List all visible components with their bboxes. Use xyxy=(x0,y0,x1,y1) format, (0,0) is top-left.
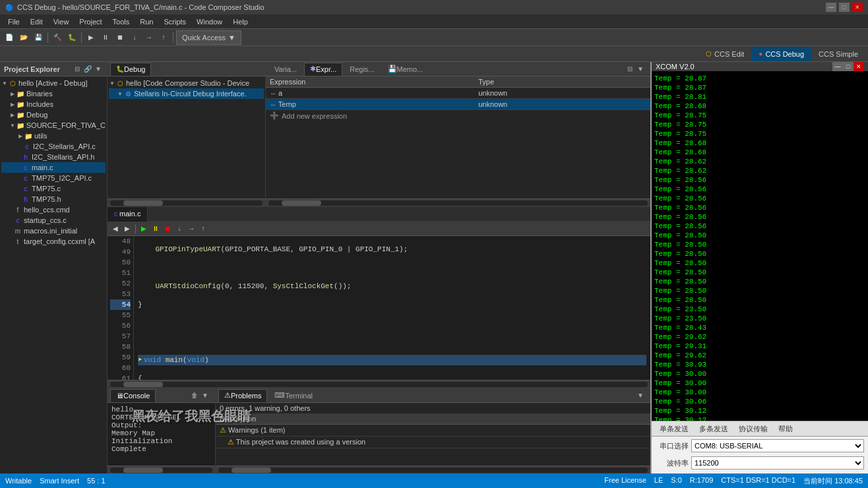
problems-hscroll[interactable] xyxy=(216,466,650,473)
line-num-58: 58 xyxy=(110,342,131,352)
console-menu-icon[interactable]: ▼ xyxy=(201,391,210,400)
toolbar-save[interactable]: 💾 xyxy=(32,31,45,44)
editor-run-icon[interactable]: ▶ xyxy=(139,224,149,234)
tree-item-i2c-h[interactable]: h I2C_Stellaris_API.h xyxy=(1,152,106,162)
tab-variables[interactable]: Varia... xyxy=(268,63,303,76)
toolbar-build[interactable]: 🔨 xyxy=(51,31,64,44)
expand-arrow: ▼ xyxy=(109,80,115,86)
console-clear-icon[interactable]: 🗑 xyxy=(190,391,199,400)
tree-item-tmp75h[interactable]: h TMP75.h xyxy=(1,194,106,204)
tab-memory[interactable]: 💾 Memo... xyxy=(382,63,429,76)
view-menu-icon[interactable]: ▼ xyxy=(94,65,103,74)
xcom-baud-label: 波特率 xyxy=(656,458,689,468)
editor-tab-icon: c xyxy=(114,210,117,218)
debug-hscroll[interactable] xyxy=(108,198,265,206)
editor-back-icon[interactable]: ◀ xyxy=(110,224,121,234)
tree-item-startup[interactable]: c startup_ccs.c xyxy=(1,215,106,226)
tree-item-debug[interactable]: ▶ 📁 Debug xyxy=(1,109,106,120)
editor-tab-main[interactable]: c main.c xyxy=(108,207,148,222)
tab-debug[interactable]: 🐛 Debug xyxy=(110,63,151,76)
tab-ccs-simple[interactable]: CCS Simple xyxy=(811,47,865,61)
editor-step-over-icon[interactable]: → xyxy=(186,224,197,234)
maximize-button[interactable]: □ xyxy=(839,3,850,12)
tree-item-tmp75c[interactable]: c TMP75.c xyxy=(1,183,106,194)
tab-problems[interactable]: ⚠ Problems xyxy=(218,389,267,402)
tree-item-binaries[interactable]: ▶ 📁 Binaries xyxy=(1,88,106,99)
tab-registers[interactable]: Regis... xyxy=(344,63,380,76)
menu-tools[interactable]: Tools xyxy=(108,16,135,27)
tree-item-tmp75-i2c[interactable]: c TMP75_I2C_API.c xyxy=(1,173,106,183)
debug-tree-item-hello[interactable]: ▼ ⬡ hello [Code Composer Studio - Device xyxy=(109,78,264,88)
toolbar-stop[interactable]: ⏹ xyxy=(113,31,127,44)
vars-hscroll[interactable] xyxy=(266,198,650,206)
expand-arrow: ▶ xyxy=(9,112,16,118)
editor-forward-icon[interactable]: ▶ xyxy=(122,224,133,234)
vars-menu-icon[interactable]: ▼ xyxy=(636,65,645,74)
term-line-7: Temp = 28.75 xyxy=(654,129,865,138)
toolbar-step-into[interactable]: ↓ xyxy=(128,31,141,44)
toolbar-debug[interactable]: 🐛 xyxy=(65,31,78,44)
code-content[interactable]: GPIOPinTypeUART(GPIO_PORTA_BASE, GPIO_PI… xyxy=(134,236,650,380)
menu-file[interactable]: File xyxy=(3,16,25,27)
tab-terminal[interactable]: ⌨ Terminal xyxy=(268,389,319,402)
toolbar-step-over[interactable]: → xyxy=(142,31,156,44)
editor-step-out-icon[interactable]: ↑ xyxy=(198,224,208,234)
xcom-tab-help[interactable]: 帮助 xyxy=(773,421,798,436)
xcom-port-select[interactable]: COM8: USB-SERIAL xyxy=(691,439,864,452)
expr-row-a[interactable]: ↔ a unknown xyxy=(266,88,650,99)
toolbar-open[interactable]: 📂 xyxy=(17,31,30,44)
add-expression-button[interactable]: ➕ Add new expression xyxy=(266,110,650,121)
debug-tree-item-stellaris[interactable]: ▼ ⚙ Stellaris In-Circuit Debug Interface… xyxy=(109,88,264,99)
quick-access-button[interactable]: Quick Access ▼ xyxy=(176,30,241,45)
xcom-tab-single[interactable]: 单条发送 xyxy=(654,421,694,436)
menu-view[interactable]: View xyxy=(48,16,75,27)
xcom-maximize-button[interactable]: □ xyxy=(843,62,853,71)
collapse-all-icon[interactable]: ⊟ xyxy=(73,65,82,74)
editor-step-into-icon[interactable]: ↓ xyxy=(174,224,185,234)
tab-console[interactable]: 🖥 Console xyxy=(110,389,156,402)
warning-item[interactable]: ⚠ This project was created using a versi… xyxy=(216,437,650,448)
xcom-baud-select[interactable]: 115200 xyxy=(691,456,864,470)
line-num-48: 48 xyxy=(110,236,131,247)
menu-scripts[interactable]: Scripts xyxy=(158,16,191,27)
status-s: S:0 xyxy=(671,476,682,486)
xcom-minimize-button[interactable]: — xyxy=(832,62,843,71)
minimize-button[interactable]: — xyxy=(826,3,836,12)
tree-item-hello[interactable]: ▼ ⬡ hello [Active - Debug] xyxy=(1,78,106,88)
expr-row-temp[interactable]: ↔ Temp unknown xyxy=(266,99,650,110)
close-button[interactable]: ✕ xyxy=(852,3,863,12)
tree-item-includes[interactable]: ▶ 📁 Includes xyxy=(1,99,106,109)
toolbar-new[interactable]: 📄 xyxy=(3,31,16,44)
tree-item-utils[interactable]: ▶ 📁 utils xyxy=(1,131,106,141)
link-editor-icon[interactable]: 🔗 xyxy=(83,65,92,74)
editor-hscroll[interactable] xyxy=(108,380,650,388)
console-line-2: CORTEX_M4_0: GEL Output: xyxy=(111,413,211,429)
tab-ccs-debug[interactable]: ● CCS Debug xyxy=(751,47,811,61)
problems-menu-icon[interactable]: ▼ xyxy=(636,391,645,400)
tab-expressions[interactable]: ✱ Expr... xyxy=(304,63,342,76)
xcom-tab-multi[interactable]: 多条发送 xyxy=(694,421,733,436)
editor-stop-icon[interactable]: ⏹ xyxy=(162,224,173,234)
toolbar-step-out[interactable]: ↑ xyxy=(157,31,170,44)
menu-help[interactable]: Help xyxy=(228,16,253,27)
console-hscroll[interactable] xyxy=(108,466,215,473)
tree-item-macros[interactable]: m macros.ini_initial xyxy=(1,226,106,236)
toolbar-suspend[interactable]: ⏸ xyxy=(99,31,112,44)
xcom-tab-protocol[interactable]: 协议传输 xyxy=(733,421,773,436)
code-line-52 xyxy=(138,318,646,328)
toolbar-resume[interactable]: ▶ xyxy=(84,31,98,44)
xcom-close-button[interactable]: ✕ xyxy=(853,62,864,71)
vars-collapse-icon[interactable]: ⊟ xyxy=(625,65,635,74)
tab-ccs-edit[interactable]: ⬡ CCS Edit xyxy=(698,47,751,61)
menu-edit[interactable]: Edit xyxy=(25,16,48,27)
editor-suspend-icon[interactable]: ⏸ xyxy=(150,224,161,234)
menu-run[interactable]: Run xyxy=(135,16,158,27)
warnings-group[interactable]: ⚠ Warnings (1 item) xyxy=(216,425,650,437)
tree-item-i2c-c[interactable]: c I2C_Stellaris_API.c xyxy=(1,141,106,152)
tree-item-main[interactable]: c main.c xyxy=(1,162,106,173)
tree-item-cmd[interactable]: f hello_ccs.cmd xyxy=(1,204,106,215)
menu-window[interactable]: Window xyxy=(191,16,228,27)
tree-item-target[interactable]: t target_config.ccxml [A xyxy=(1,236,106,247)
menu-project[interactable]: Project xyxy=(74,16,107,27)
tree-item-source[interactable]: ▼ 📁 SOURCE_FOR_TIVA_C xyxy=(1,120,106,131)
